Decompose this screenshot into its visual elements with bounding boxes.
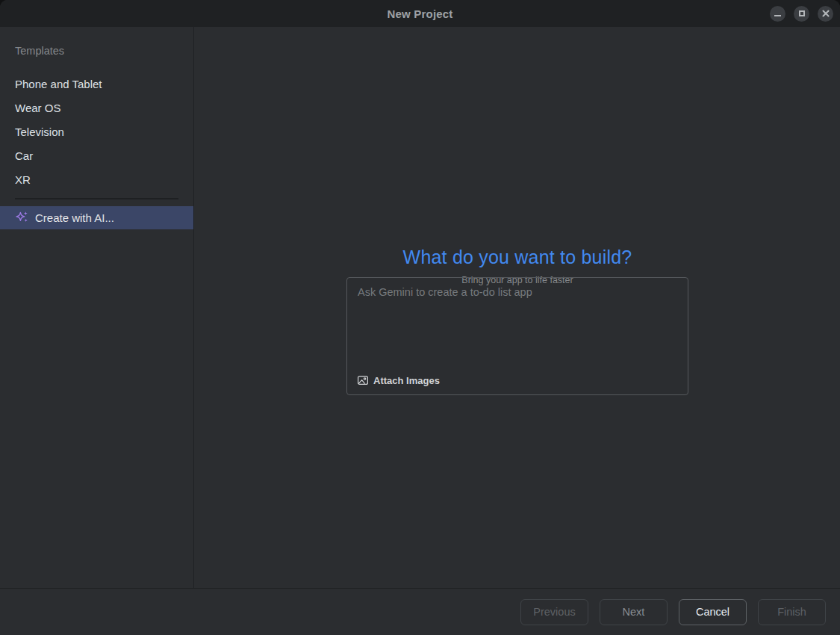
sidebar-item-car[interactable]: Car [0, 144, 193, 168]
minimize-button[interactable] [770, 6, 785, 22]
sidebar-item-phone-and-tablet[interactable]: Phone and Tablet [0, 72, 193, 96]
minimize-icon [774, 15, 781, 16]
page-title: What do you want to build? [195, 247, 840, 268]
attach-images-button[interactable]: Attach Images [355, 373, 441, 388]
templates-sidebar: Templates Phone and Tablet Wear OS Telev… [0, 27, 194, 588]
sidebar-divider [15, 198, 178, 199]
wizard-footer: Previous Next Cancel Finish [0, 588, 840, 635]
gemini-sparkle-icon [15, 211, 29, 225]
maximize-button[interactable] [794, 6, 809, 22]
sidebar-section-label: Templates [15, 45, 193, 57]
image-icon [357, 374, 369, 386]
new-project-dialog: New Project Templates Phone and Tablet W… [0, 0, 840, 635]
window-controls [770, 0, 833, 27]
main-panel: What do you want to build? Bring your ap… [195, 27, 840, 588]
sidebar-item-create-with-ai[interactable]: Create with AI... [0, 206, 193, 229]
cancel-button[interactable]: Cancel [679, 599, 747, 625]
finish-button[interactable]: Finish [758, 599, 826, 625]
sidebar-item-xr[interactable]: XR [0, 168, 193, 192]
maximize-icon [799, 10, 805, 16]
next-button[interactable]: Next [600, 599, 668, 625]
sidebar-item-wear-os[interactable]: Wear OS [0, 96, 193, 120]
close-button[interactable] [818, 6, 833, 22]
template-list: Phone and Tablet Wear OS Television Car … [0, 72, 193, 192]
attach-images-label: Attach Images [373, 375, 440, 386]
prompt-box: Attach Images [346, 277, 688, 395]
sidebar-item-label: Create with AI... [35, 211, 114, 224]
sidebar-item-television[interactable]: Television [0, 120, 193, 144]
titlebar: New Project [0, 0, 840, 27]
previous-button[interactable]: Previous [520, 599, 588, 625]
window-title: New Project [387, 7, 452, 20]
gemini-prompt-input[interactable] [347, 278, 688, 359]
close-icon [822, 10, 830, 17]
